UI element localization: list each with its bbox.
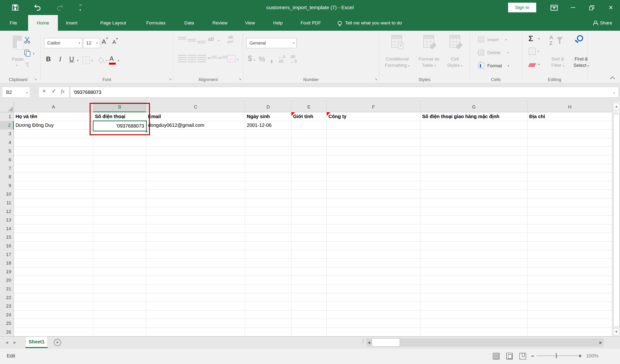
scroll-down-icon[interactable]: ▼ [613,328,620,335]
clear-icon[interactable] [528,63,536,67]
enter-icon[interactable]: ✓ [52,88,56,94]
row-header-16[interactable]: 16 [0,242,14,250]
formula-input[interactable]: '0937688073⌄ [70,87,619,98]
font-color-icon[interactable]: A [109,55,114,62]
font-color-dropdown-icon[interactable]: ▾ [118,59,119,62]
alignment-dialog-launcher-icon[interactable]: ↘ [238,77,241,81]
row-header-6[interactable]: 6 [0,155,14,164]
format-painter-icon[interactable] [24,61,31,69]
insert-cells-icon[interactable]: ← [478,37,484,42]
autosum-dropdown-icon[interactable]: ▾ [538,37,540,40]
row-header-24[interactable]: 24 [0,311,14,319]
cell-C2[interactable]: dongduy0612@gmail.com [148,121,204,130]
copy-icon[interactable] [24,49,31,58]
share-button[interactable]: Share [593,15,612,31]
merge-center-icon[interactable]: ↔ [227,55,235,62]
underline-button[interactable]: U [69,55,74,63]
tab-foxit-pdf[interactable]: Foxit PDF [300,15,322,31]
vertical-scrollbar-thumb[interactable] [613,114,620,327]
spreadsheet-grid[interactable]: ABCDEFGH12345678910111213141516171819202… [0,102,612,336]
conditional-formatting-button[interactable]: ConditionalFormatting ▾ [381,56,414,69]
fill-color-dropdown-icon[interactable]: ▾ [106,59,108,62]
top-align-icon[interactable] [178,37,186,40]
cut-icon[interactable] [23,36,31,45]
cancel-icon[interactable]: × [42,88,46,94]
tab-page-layout[interactable]: Page Layout [99,15,127,31]
align-right-icon[interactable] [197,55,206,62]
row-header-19[interactable]: 19 [0,267,14,276]
scroll-up-icon[interactable]: ▲ [613,103,620,110]
sheet-nav-prev-icon[interactable]: ◀ [5,337,8,348]
delete-dropdown-icon[interactable]: ▾ [507,51,509,54]
paste-dropdown-icon[interactable]: ▾ [16,64,17,67]
insert-function-icon[interactable]: fx [61,88,65,94]
restore-button[interactable] [585,0,599,15]
page-break-view-icon[interactable] [519,353,526,359]
tab-view[interactable]: View [244,15,256,31]
row-header-12[interactable]: 12 [0,207,14,216]
increase-decimal-icon[interactable]: ←.0 .00 [278,54,285,64]
row-header-22[interactable]: 22 [0,293,14,302]
select-all-corner[interactable] [0,102,14,112]
row-header-4[interactable]: 4 [0,138,14,147]
borders-dropdown-icon[interactable]: ▾ [92,59,93,62]
decrease-indent-icon[interactable]: ⬅ [207,55,211,61]
row-header-10[interactable]: 10 [0,190,14,199]
bold-button[interactable]: B [46,55,51,63]
cell-A2[interactable]: Dương Đông Duy [16,121,54,130]
cell-F1[interactable]: Công ty [328,112,346,121]
font-size-select[interactable]: 12▾ [83,38,100,48]
row-header-26[interactable]: 26 [0,328,14,336]
row-header-5[interactable]: 5 [0,147,14,156]
scroll-right-icon[interactable]: ▶ [599,338,602,347]
minimize-button[interactable] [566,0,580,15]
font-dialog-launcher-icon[interactable]: ↘ [169,77,172,81]
align-center-icon[interactable] [188,55,196,62]
tab-data[interactable]: Data [183,15,195,31]
underline-dropdown-icon[interactable]: ▾ [77,59,78,62]
conditional-formatting-icon[interactable]: ≠ [391,35,402,48]
middle-align-icon[interactable] [188,39,196,42]
column-header-C[interactable]: C [146,102,245,112]
comma-style-icon[interactable]: , [270,53,273,64]
delete-cells-icon[interactable]: × [478,50,484,55]
formula-bar-expand-icon[interactable]: ⌄ [612,87,616,97]
row-header-17[interactable]: 17 [0,250,14,259]
sheet-nav-next-icon[interactable]: ▶ [14,337,16,348]
merge-center-dropdown-icon[interactable]: ▾ [237,58,238,61]
format-button[interactable]: Format [487,63,502,68]
vertical-scrollbar[interactable]: ▲ ▼ [612,102,620,336]
row-header-21[interactable]: 21 [0,285,14,294]
copy-dropdown-icon[interactable]: ▾ [33,52,34,55]
normal-view-icon[interactable] [493,353,499,359]
new-sheet-icon[interactable]: + [54,339,61,346]
number-format-select[interactable]: General▾ [246,38,297,48]
orientation-dropdown-icon[interactable]: ▾ [218,39,219,42]
row-header-8[interactable]: 8 [0,173,14,182]
bottom-align-icon[interactable] [197,41,206,44]
horizontal-scrollbar-thumb[interactable] [372,338,400,347]
increase-indent-icon[interactable]: ➡ [217,55,222,61]
horizontal-scrollbar[interactable]: ◀ ▶ [366,338,604,347]
scroll-left-icon[interactable]: ◀ [368,338,370,347]
grow-font-button[interactable]: A▲ [102,38,106,46]
tab-home[interactable]: Home [28,15,58,31]
tab-scrollbar-splitter[interactable]: ⁞ [362,338,364,344]
zoom-slider-thumb[interactable] [556,353,557,358]
column-header-F[interactable]: F [327,102,420,112]
tab-help[interactable]: Help [272,15,284,31]
column-header-A[interactable]: A [14,102,93,112]
page-layout-view-icon[interactable] [506,353,513,359]
cell-D1[interactable]: Ngày sinh [247,112,270,121]
align-left-icon[interactable] [178,55,187,62]
tell-me-box[interactable]: Tell me what you want to do [338,15,402,31]
row-header-9[interactable]: 9 [0,181,14,190]
tab-review[interactable]: Review [211,15,228,31]
format-as-table-icon[interactable] [423,35,434,48]
row-header-11[interactable]: 11 [0,198,14,207]
fill-color-icon[interactable] [98,56,106,65]
sign-in-button[interactable]: Sign in [508,3,536,12]
column-header-H[interactable]: H [527,102,612,112]
clipboard-dialog-launcher-icon[interactable]: ↘ [34,77,37,81]
format-as-table-button[interactable]: Format asTable ▾ [415,56,443,69]
